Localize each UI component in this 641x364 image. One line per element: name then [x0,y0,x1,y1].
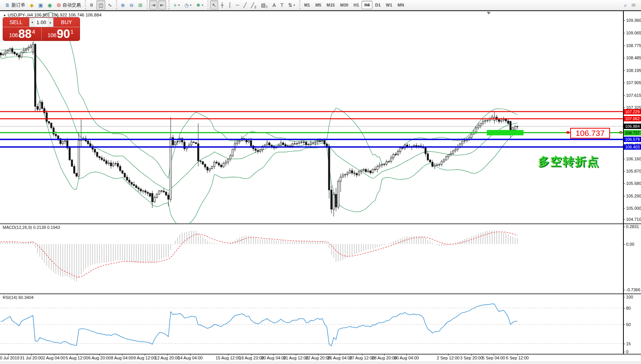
horizontal-line-button[interactable]: ─ [234,0,241,10]
price-tag-106.884: 106.884 [624,124,641,129]
chart-shift-button[interactable]: ⇤ [158,0,166,10]
sell-button[interactable]: SELL [3,18,29,27]
cursor-button[interactable]: ↖ [210,0,218,10]
templates-button[interactable]: ❖▾ [194,0,205,10]
time-label: 15 Aug 12:00 [216,356,241,360]
auto-scroll-button[interactable]: ⇥ [149,0,157,10]
timeframe-m5[interactable]: M5 [313,1,324,9]
price-tick-label: 107.615 [626,93,641,98]
zoom-out-button[interactable]: ⊖ [127,0,135,10]
price-tick-mark [623,159,625,159]
time-tick-mark [517,354,518,356]
timeframe-h4[interactable]: H4 [362,1,372,9]
volume-value[interactable]: 1.00 [35,18,47,27]
time-tick-mark [384,354,385,356]
dropdown-caret-icon[interactable]: ▾ [294,3,295,7]
candlestick-chart-button[interactable]: ◫ [96,0,105,10]
time-label: 26 Aug 04:00 [328,356,352,360]
turning-point-note[interactable]: 多空转折点 [538,154,599,170]
main-price-chart[interactable] [0,11,623,223]
pane-separator-macd[interactable] [0,223,641,224]
timeframe-m30[interactable]: M30 [338,1,351,9]
time-label: 5 Sep 04:00 [482,356,505,360]
timeframe-m1[interactable]: M1 [302,1,313,9]
dropdown-caret-icon[interactable]: ▾ [178,3,180,7]
horizontal-line-icon: ─ [236,3,239,8]
price-tick-label: 106.160 [626,157,641,161]
time-label: 28 Aug 20:00 [372,356,397,360]
price-tick-label: 107.905 [626,80,641,85]
time-tick-mark [145,354,145,356]
fibonacci-button[interactable]: ▤F [259,0,270,10]
macd-indicator-chart[interactable] [0,224,623,293]
label-button[interactable]: T [279,0,285,10]
line-chart-icon: ∿ [108,3,112,8]
rsi-indicator-chart[interactable] [0,294,623,354]
sell-price[interactable]: 106 88 4 [3,27,42,41]
arrows-button[interactable]: ⇅▾ [286,0,297,10]
time-tick-mark [99,354,100,356]
zoom-out-icon: ⊖ [129,3,134,8]
equidistant-channel-icon: ╱ [251,3,254,8]
market-depth-icon[interactable]: ▣ [36,0,45,10]
sell-price-main: 88 [18,29,31,39]
time-label: 20 Aug 04:00 [261,356,286,360]
dropdown-caret-icon[interactable]: ▾ [202,3,203,7]
volume-decrease-button[interactable]: ▼ [29,18,35,27]
timeframe-w1[interactable]: W1 [383,1,395,9]
history-center-icon[interactable]: ◆ [28,0,36,10]
auto-trading-button[interactable]: ⚙自动交易 [55,0,83,10]
search-icon[interactable]: ⌕ [622,0,629,10]
time-label: 6 Aug 20:00 [88,356,111,360]
new-order-button[interactable]: 🗎新订单 [3,0,27,10]
time-tick-mark [494,354,494,356]
price-tag-107.229: 107.229 [624,109,641,114]
price-tick-label: 105.580 [626,181,641,186]
line-handle-left[interactable] [567,131,569,134]
text-button[interactable]: A [271,0,278,10]
time-tick-mark [340,354,340,356]
chat-icon[interactable]: ✉ [630,0,638,10]
price-tick-mark [623,196,625,196]
chart-type-group: ≡◫∿ [85,0,115,10]
timeframe-d1[interactable]: D1 [372,1,383,9]
timeframe-mn[interactable]: MN [395,1,407,9]
indicators-button[interactable]: +▾ [171,0,182,10]
volume-increase-button[interactable]: ▲ [47,18,53,27]
time-tick-mark [296,354,296,356]
price-callout-label[interactable]: 106.737 [570,128,610,139]
templates-icon: ❖ [196,3,201,8]
line-handle-right[interactable] [620,131,622,134]
periods-button[interactable]: ◷▾ [183,0,193,10]
collapse-triangle-icon[interactable]: ▲ [3,13,6,17]
trendline-button[interactable]: ╱ [241,0,248,10]
dropdown-caret-icon[interactable]: ▾ [190,3,191,7]
signals-icon[interactable]: ◉ [46,0,54,10]
equidistant-channel-button[interactable]: ╱E [249,0,258,10]
timeframe-m15[interactable]: M15 [324,1,337,9]
history-center-icon-icon: ◆ [30,3,34,8]
rsi-tick-mark [623,352,625,352]
crosshair-button[interactable]: ┼ [219,0,226,10]
buy-button[interactable]: BUY [54,18,80,27]
zoom-in-button[interactable]: ⊕ [119,0,127,10]
icon-subscript: F [266,6,268,9]
buy-price[interactable]: 106 90 1 [42,27,80,41]
bar-chart-button[interactable]: ≡ [88,0,96,10]
time-label: 5 Aug 12:00 [66,356,88,360]
status-strip [0,362,641,364]
time-label: 22 Aug 20:00 [306,356,331,360]
time-label: 30 Jul 2019 [0,356,19,360]
periods-icon: ◷ [184,3,189,8]
line-chart-button[interactable]: ∿ [106,0,114,10]
bar-chart-icon: ≡ [89,3,94,7]
pane-separator-rsi[interactable] [0,293,641,294]
timeframe-h1[interactable]: H1 [351,1,362,9]
rsi-scale-label: 50 [626,322,631,327]
vertical-line-button[interactable]: │ [227,0,233,10]
rsi-scale-label: 100 [626,295,633,299]
chart-shift-marker[interactable] [487,12,491,15]
time-label: 14 Aug 04:00 [178,356,203,360]
tile-windows-button[interactable]: ⊞ [136,0,144,10]
time-label: 31 Jul 20:00 [20,356,43,360]
